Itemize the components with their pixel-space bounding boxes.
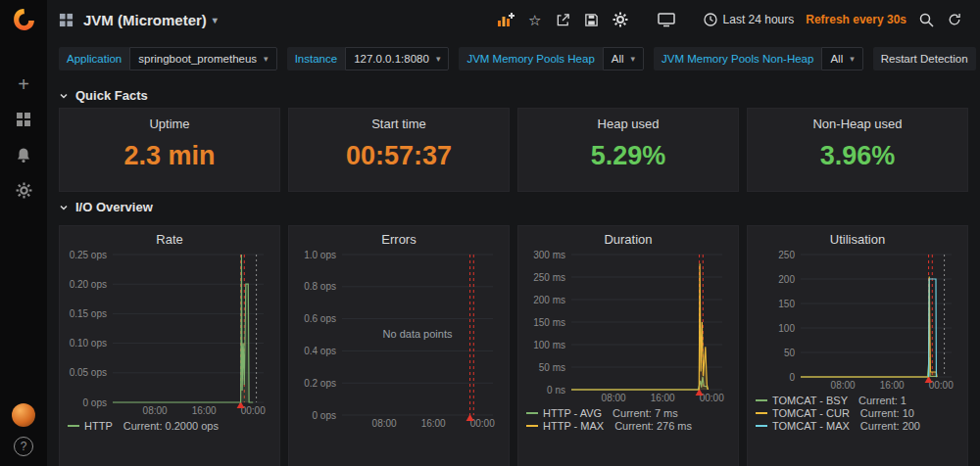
alerting-bell-icon[interactable] xyxy=(0,137,47,172)
stat-title[interactable]: Non-Heap used xyxy=(748,109,967,131)
stat-title[interactable]: Uptime xyxy=(60,109,279,131)
save-dashboard-button[interactable] xyxy=(577,8,606,32)
filter-label: JVM Memory Pools Heap xyxy=(459,47,602,70)
legend-item[interactable]: HTTP - MAXCurrent: 276 ms xyxy=(526,419,730,432)
legend-item[interactable]: TOMCAT - BSYCurrent: 1 xyxy=(756,394,959,406)
series-name[interactable]: HTTP - AVG xyxy=(543,407,602,419)
quick-facts-row: Uptime 2.3 min Start time 00:57:37 Heap … xyxy=(59,108,968,192)
panel-title[interactable]: Rate xyxy=(60,226,279,249)
svg-text:0 ops: 0 ops xyxy=(313,410,336,421)
panel-heap-used: Heap used 5.29% xyxy=(517,108,739,192)
chart-legend: HTTP - AVGCurrent: 7 msHTTP - MAXCurrent… xyxy=(518,405,738,433)
heap-pools-dropdown[interactable]: All ▾ xyxy=(603,47,644,70)
configuration-gear-icon[interactable] xyxy=(0,172,47,208)
help-icon[interactable]: ? xyxy=(14,437,33,456)
filter-label: JVM Memory Pools Non-Heap xyxy=(654,47,821,70)
clock-icon xyxy=(704,13,717,26)
errors-chart: 0 ops0.2 ops0.4 ops0.6 ops0.8 ops1.0 ops… xyxy=(297,249,501,431)
utilisation-chart: 05010015020025008:0016:0000:00 xyxy=(756,249,959,393)
series-color-dash-icon xyxy=(526,425,538,427)
stat-value: 5.29% xyxy=(518,141,738,171)
legend-item[interactable]: TOMCAT - MAXCurrent: 200 xyxy=(756,419,959,432)
rate-chart: 0 ops0.05 ops0.10 ops0.15 ops0.20 ops0.2… xyxy=(68,249,271,418)
cycle-view-button[interactable] xyxy=(651,7,682,32)
grafana-logo[interactable] xyxy=(11,7,37,37)
section-io-overview[interactable]: I/O Overview xyxy=(47,192,980,219)
dashboards-icon[interactable] xyxy=(0,102,47,137)
section-title: I/O Overview xyxy=(75,200,153,214)
legend-item[interactable]: TOMCAT - CURCurrent: 10 xyxy=(756,406,959,419)
time-range-label: Last 24 hours xyxy=(723,13,795,26)
panel-duration: Duration 0 ns50 ms100 ms150 ms200 ms250 … xyxy=(517,225,739,466)
grafana-logo-icon xyxy=(11,7,37,33)
duration-chart: 0 ns50 ms100 ms150 ms200 ms250 ms300 ms0… xyxy=(526,249,730,405)
svg-text:300 ms: 300 ms xyxy=(533,250,565,260)
svg-text:0.8 ops: 0.8 ops xyxy=(304,281,336,292)
magnifier-icon xyxy=(919,13,934,27)
share-icon xyxy=(556,13,570,27)
nonheap-pools-dropdown[interactable]: All ▾ xyxy=(821,47,862,70)
panel-title[interactable]: Utilisation xyxy=(748,226,967,249)
svg-text:0: 0 xyxy=(789,372,795,383)
series-current-value: Current: 7 ms xyxy=(612,407,678,419)
svg-text:0.4 ops: 0.4 ops xyxy=(304,346,336,356)
svg-text:08:00: 08:00 xyxy=(831,380,856,391)
time-range-picker[interactable]: Last 24 hours xyxy=(698,8,801,31)
refresh-dashboard-button[interactable] xyxy=(941,8,968,31)
create-plus-icon[interactable]: + xyxy=(0,67,47,102)
filter-nonheap-pools: JVM Memory Pools Non-Heap All ▾ xyxy=(654,47,863,70)
top-navbar: JVM (Micrometer) ▾ ☆ xyxy=(47,0,980,39)
series-name[interactable]: TOMCAT - CUR xyxy=(772,407,850,419)
svg-text:100 ms: 100 ms xyxy=(533,340,565,350)
chevron-down-icon: ▾ xyxy=(850,54,855,64)
svg-text:0.2 ops: 0.2 ops xyxy=(304,378,336,389)
filter-value-text: 127.0.0.1:8080 xyxy=(354,53,429,65)
svg-text:16:00: 16:00 xyxy=(421,418,446,429)
svg-text:00:00: 00:00 xyxy=(470,418,495,429)
chevron-down-icon: ▾ xyxy=(264,54,269,64)
svg-text:1.0 ops: 1.0 ops xyxy=(304,250,336,260)
refresh-interval-button[interactable]: Refresh every 30s xyxy=(800,8,912,31)
chart-legend: HTTPCurrent: 0.2000 ops xyxy=(60,418,279,433)
page-title: JVM (Micrometer) xyxy=(83,12,207,28)
series-name[interactable]: HTTP - MAX xyxy=(543,420,604,432)
series-color-dash-icon xyxy=(756,399,767,401)
dashboard-settings-button[interactable] xyxy=(606,7,635,32)
series-name[interactable]: TOMCAT - BSY xyxy=(772,395,848,406)
stat-title[interactable]: Start time xyxy=(289,109,509,131)
add-panel-button[interactable] xyxy=(490,7,521,32)
star-dashboard-button[interactable]: ☆ xyxy=(521,8,548,32)
svg-text:08:00: 08:00 xyxy=(143,405,168,416)
svg-text:00:00: 00:00 xyxy=(700,393,724,403)
dashboard-title-dropdown[interactable]: JVM (Micrometer) ▾ xyxy=(83,12,218,28)
io-overview-row: Rate 0 ops0.05 ops0.10 ops0.15 ops0.20 o… xyxy=(59,225,968,466)
series-color-dash-icon xyxy=(68,425,79,427)
chevron-down-icon: ▾ xyxy=(631,54,636,64)
legend-item[interactable]: HTTPCurrent: 0.2000 ops xyxy=(68,419,271,432)
chevron-down-icon: ▾ xyxy=(213,15,218,25)
panel-utilisation: Utilisation 05010015020025008:0016:0000:… xyxy=(747,225,968,466)
section-quick-facts[interactable]: Quick Facts xyxy=(47,80,980,108)
series-name[interactable]: TOMCAT - MAX xyxy=(772,420,850,432)
chevron-down-icon xyxy=(59,203,69,212)
instance-dropdown[interactable]: 127.0.0.1:8080 ▾ xyxy=(345,47,449,70)
svg-text:200 ms: 200 ms xyxy=(533,295,565,305)
stat-title[interactable]: Heap used xyxy=(518,109,738,131)
series-name[interactable]: HTTP xyxy=(84,420,113,432)
series-current-value: Current: 200 xyxy=(860,420,920,432)
svg-text:50: 50 xyxy=(784,348,796,358)
user-avatar[interactable] xyxy=(12,403,35,427)
panel-title[interactable]: Errors xyxy=(289,226,509,249)
chart-legend xyxy=(289,431,509,433)
panel-errors: Errors 0 ops0.2 ops0.4 ops0.6 ops0.8 ops… xyxy=(288,225,510,466)
legend-item[interactable]: HTTP - AVGCurrent: 7 ms xyxy=(526,406,730,419)
zoom-out-button[interactable] xyxy=(912,8,941,32)
stat-value: 2.3 min xyxy=(60,141,279,171)
svg-text:0.10 ops: 0.10 ops xyxy=(70,338,107,349)
dashboard-grid-icon[interactable] xyxy=(59,13,74,27)
application-dropdown[interactable]: springboot_prometheus ▾ xyxy=(129,47,276,70)
share-dashboard-button[interactable] xyxy=(549,8,577,32)
filter-value-text: springboot_prometheus xyxy=(138,53,257,65)
panel-title[interactable]: Duration xyxy=(518,226,738,249)
main-area: JVM (Micrometer) ▾ ☆ xyxy=(47,0,980,466)
